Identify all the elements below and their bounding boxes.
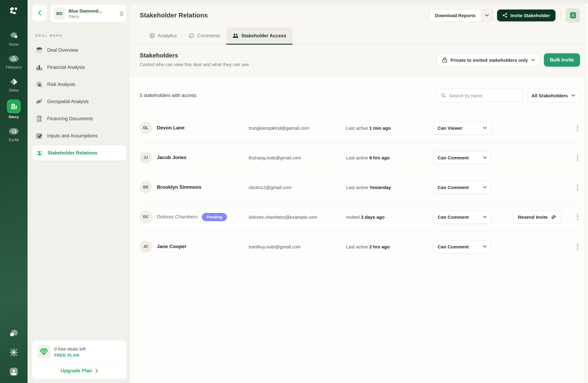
menu-item-financing-documents[interactable]: Financing Documents [32,111,127,127]
privacy-dropdown[interactable]: Private to invited stakeholders only [437,53,540,67]
clover-logo-icon[interactable] [9,6,18,17]
share-icon [503,13,507,18]
tab-stakeholder-access[interactable]: Stakeholder Access [226,27,293,44]
privacy-label: Private to invited stakeholders only [450,57,528,63]
tab-label: Comments [197,33,220,38]
app-window: Home Fibonacci Diana [0,0,588,383]
download-reports-button[interactable]: Download Reports [430,9,493,21]
rail-bottom [9,329,18,383]
back-button[interactable] [32,4,47,21]
avatar: DC [140,211,152,223]
rail-item-label: Euclid [9,138,19,142]
ai-assistant-button[interactable] [566,8,580,22]
chevron-right-icon [95,369,98,373]
chevron-left-icon [37,10,42,16]
chevron-down-icon [483,127,487,129]
main-area: Stakeholder Relations Download Reports [130,0,588,383]
bulk-invite-button[interactable]: Bulk Invite [544,53,580,67]
resend-invite-button[interactable]: Resend Invite [513,210,561,224]
darcy-icon [7,99,21,114]
search-box[interactable] [437,89,523,102]
euclid-icon [7,126,21,136]
scrollbar-gutter[interactable] [585,3,588,383]
permission-dropdown[interactable]: Can Viewer [433,121,491,134]
chevron-down-icon [571,94,575,97]
deal-menu-panel: BD Blue Diamond... Darcy DEAL MENU [28,0,130,383]
tab-label: Analytics [158,33,177,38]
row-menu-button[interactable] [575,123,580,133]
rail-nav: Home Fibonacci Diana [6,31,21,142]
menu-item-stakeholder-relations[interactable]: Stakeholder Relations [32,145,127,161]
invite-stakeholder-button[interactable]: Invite Stakeholder [497,9,556,21]
stakeholder-email: ckctm12@gmail.com [249,185,344,190]
tab-comments[interactable]: Comments [183,27,226,44]
resend-invite-label: Resend Invite [518,214,548,219]
menu-item-label: Deal Overview [47,47,78,53]
last-active-text: Last active 2 hrs ago [346,244,431,249]
menu-item-risk-analysis[interactable]: Risk Analysis [32,77,127,92]
deal-subtitle: Darcy [69,14,117,19]
upgrade-plan-link[interactable]: Upgrade Plan [37,368,122,374]
profile-icon[interactable] [9,367,18,378]
stakeholder-name: Devon Lane [157,125,185,131]
rail-item-euclid[interactable]: Euclid [7,126,21,142]
rail-item-darcy[interactable]: Darcy [7,99,21,119]
avatar: DL [140,122,152,134]
globe-icon [36,98,43,105]
row-menu-button[interactable] [575,153,580,162]
permission-dropdown[interactable]: Can Comment [433,240,491,253]
deal-switcher[interactable]: BD Blue Diamond... Darcy [50,4,127,23]
chat-icon[interactable] [9,329,18,339]
chevron-down-icon [485,14,489,17]
row-menu-button[interactable] [575,182,580,192]
stakeholders-list-panel: 5 stakeholders with access All Srakehold… [130,77,588,383]
table-row: DC Dolores Chambers Pending dolores.cham… [140,202,580,232]
permission-dropdown[interactable]: Can Comment [433,181,491,194]
chevron-down-icon [483,186,487,189]
menu-item-geospatial-analysis[interactable]: Geospatial Analysis [32,94,127,110]
rail-item-home[interactable]: Home [7,31,21,46]
menu-item-financial-analysis[interactable]: Financial Analysis [32,59,127,75]
menu-item-label: Inputs and Assumptions [47,133,98,139]
row-menu-button[interactable] [575,242,580,251]
home-icon [7,31,21,41]
stakeholder-email: thuhang.nute@gmail.com [249,155,344,160]
table-row: BS Brooklyn Simmons ckctm12@gmail.com La… [140,172,580,202]
permission-dropdown[interactable]: Can Comment [433,210,491,224]
search-icon [441,93,446,98]
list-toolbar: 5 stakeholders with access All Srakehold… [140,89,580,102]
stakeholder-email: tranthuy.nute@gmail.com [249,244,344,249]
divider [560,11,561,20]
stakeholder-email: dolores.chambers@example.com [249,214,344,219]
deal-avatar: BD [53,7,65,19]
rail-item-diana[interactable]: Diana [7,77,21,92]
avatar: BS [140,181,152,193]
row-menu-button[interactable] [575,212,580,222]
menu-item-label: Financial Analysis [47,65,85,70]
upgrade-plan-label: Upgrade Plan [61,368,92,374]
stakeholder-filter-dropdown[interactable]: All Srakeholders [526,89,580,102]
stakeholder-name: Brooklyn Simmons [157,184,202,190]
layers-icon [36,46,43,54]
invited-text: Invited 3 days ago [346,214,431,219]
menu-item-deal-overview[interactable]: Deal Overview [32,42,127,58]
gear-icon[interactable] [9,348,18,358]
presentation-chart-icon [149,33,155,38]
document-icon [36,115,43,122]
comment-bubble-icon [189,33,194,38]
tab-bar: Analytics Comments [130,27,588,45]
stakeholder-rows: DL Devon Lane trungkienspktnd@gamail.com… [140,113,580,262]
rail-item-fibonacci[interactable]: Fibonacci [6,54,21,69]
menu-item-inputs-assumptions[interactable]: Inputs and Assumptions [32,128,127,144]
workspace-rail: Home Fibonacci Diana [0,0,28,383]
search-input[interactable] [449,93,518,98]
menu-item-label: Stakeholder Relations [47,150,97,156]
tab-analytics[interactable]: Analytics [143,27,183,44]
divider [37,364,122,364]
permission-label: Can Comment [438,214,469,219]
deal-name: Blue Diamond... [69,8,117,13]
permission-dropdown[interactable]: Can Comment [433,151,491,164]
atom-icon [568,11,577,20]
repeat-icon [551,215,556,219]
download-reports-caret[interactable] [481,9,493,21]
